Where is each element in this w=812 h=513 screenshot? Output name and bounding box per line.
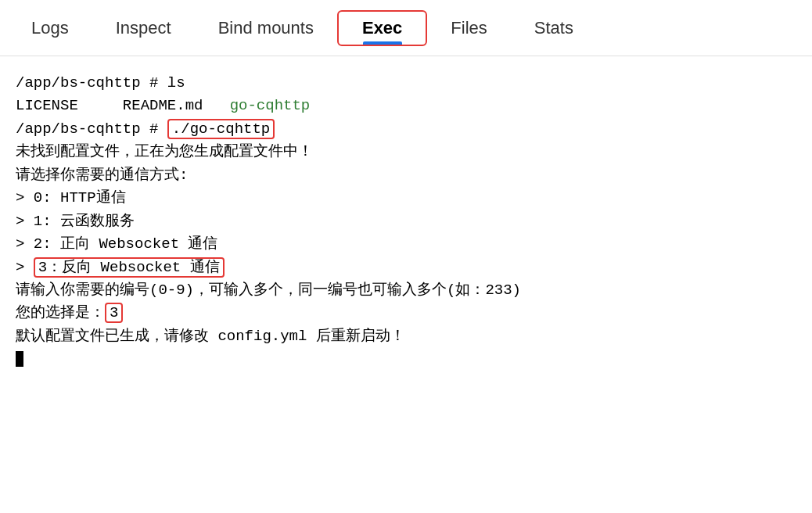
terminal-line-13 (16, 348, 796, 371)
terminal-line-1: /app/bs-cqhttp # ls (16, 72, 796, 95)
terminal-line-8: > 2: 正向 Websocket 通信 (16, 233, 796, 256)
tab-bar: Logs Inspect Bind mounts Exec Files Stat… (0, 0, 812, 56)
tab-files[interactable]: Files (427, 0, 510, 56)
terminal-line-12: 默认配置文件已生成，请修改 config.yml 后重新启动！ (16, 325, 796, 348)
terminal-line-2: LICENSE README.md go-cqhttp (16, 95, 796, 117)
terminal-green-text: go-cqhttp (230, 97, 311, 114)
terminal-line-9: > 3：反向 Websocket 通信 (16, 256, 796, 279)
terminal-line-6: > 0: HTTP通信 (16, 187, 796, 210)
tab-bind-mounts[interactable]: Bind mounts (195, 0, 337, 56)
terminal-line-3: /app/bs-cqhttp # ./go-cqhttp (16, 118, 796, 141)
tab-logs[interactable]: Logs (8, 0, 92, 56)
terminal-boxed-command: ./go-cqhttp (167, 119, 275, 139)
tab-exec[interactable]: Exec (337, 10, 427, 46)
terminal-boxed-option: 3：反向 Websocket 通信 (34, 257, 225, 278)
terminal-boxed-choice: 3 (105, 303, 123, 323)
terminal-line-10: 请输入你需要的编号(0-9)，可输入多个，同一编号也可输入多个(如：233) (16, 279, 796, 302)
tab-stats[interactable]: Stats (511, 0, 597, 56)
terminal-line-7: > 1: 云函数服务 (16, 210, 796, 233)
terminal-line-11: 您的选择是：3 (16, 302, 796, 325)
terminal-line-5: 请选择你需要的通信方式: (16, 164, 796, 187)
terminal-cursor (16, 351, 23, 367)
terminal-line-4: 未找到配置文件，正在为您生成配置文件中！ (16, 141, 796, 163)
terminal-output: /app/bs-cqhttp # ls LICENSE README.md go… (0, 56, 812, 387)
tab-inspect[interactable]: Inspect (92, 0, 195, 56)
